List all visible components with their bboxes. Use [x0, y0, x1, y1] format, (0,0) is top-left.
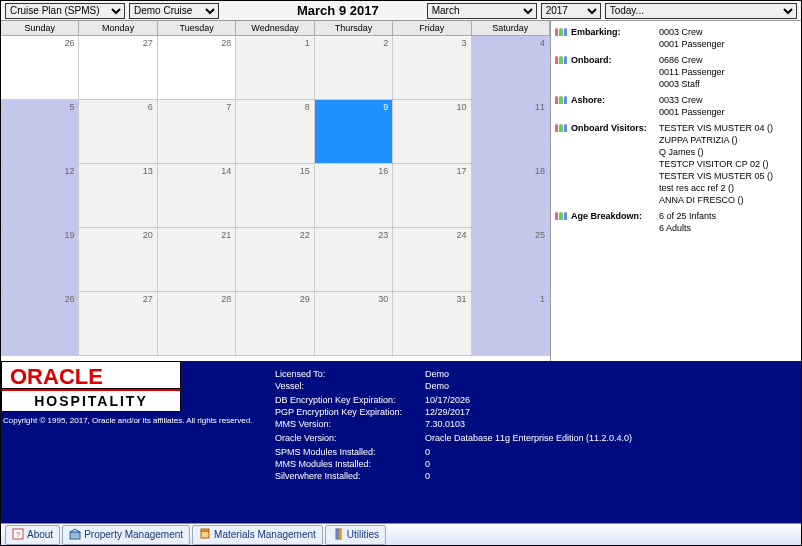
calendar-cell[interactable]: 8 — [236, 100, 314, 164]
footer-panel: ORACLE HOSPITALITY Copyright © 1995, 201… — [1, 361, 801, 523]
footer-info-value: 12/29/2017 — [425, 407, 470, 417]
footer-info-row: MMS Modules Installed:0 — [275, 459, 797, 469]
bottom-tab-bar: ?AboutProperty ManagementMaterials Manag… — [1, 523, 801, 545]
calendar-cell[interactable]: 22 — [236, 228, 314, 292]
cruise-select[interactable]: Demo Cruise — [129, 3, 219, 19]
calendar-cell[interactable]: 4 — [472, 36, 550, 100]
stat-values: TESTER VIS MUSTER 04 ()ZUPPA PATRIZIA ()… — [659, 123, 797, 207]
svg-rect-5 — [201, 529, 209, 531]
footer-info-key: Oracle Version: — [275, 433, 425, 443]
footer-info-key: Silverwhere Installed: — [275, 471, 425, 481]
calendar-cell[interactable]: 25 — [472, 228, 550, 292]
svg-rect-7 — [339, 529, 341, 539]
footer-info-value: Oracle Database 11g Enterprise Edition (… — [425, 433, 632, 443]
oracle-logo: ORACLE — [1, 361, 181, 389]
calendar-cell[interactable]: 20 — [79, 228, 157, 292]
footer-info-value: 0 — [425, 471, 430, 481]
calendar-cell[interactable]: 28 — [158, 36, 236, 100]
stat-label: Onboard Visitors: — [571, 123, 659, 133]
calendar-cell[interactable]: 19 — [1, 228, 79, 292]
plan-select[interactable]: Cruise Plan (SPMS) — [5, 3, 125, 19]
calendar-cell[interactable]: 7 — [158, 100, 236, 164]
calendar-day-header: Friday — [393, 21, 471, 36]
calendar-cell[interactable]: 10 — [393, 100, 471, 164]
footer-info-value: 0 — [425, 447, 430, 457]
footer-info-row: Oracle Version:Oracle Database 11g Enter… — [275, 433, 797, 443]
calendar-cell[interactable]: 13 — [79, 164, 157, 228]
footer-info-value: 7.30.0103 — [425, 419, 465, 429]
calendar-cell[interactable]: 27 — [79, 36, 157, 100]
year-select[interactable]: 2017 — [541, 3, 601, 19]
calendar-cell[interactable]: 16 — [315, 164, 393, 228]
about-icon: ? — [12, 528, 24, 542]
calendar-day-header: Sunday — [1, 21, 79, 36]
calendar-cell[interactable]: 26 — [1, 292, 79, 356]
calendar-cell[interactable]: 12 — [1, 164, 79, 228]
calendar-cell[interactable]: 23 — [315, 228, 393, 292]
calendar-cell[interactable]: 6 — [79, 100, 157, 164]
calendar-cell[interactable]: 29 — [236, 292, 314, 356]
footer-info-row: Silverwhere Installed:0 — [275, 471, 797, 481]
stat-label: Age Breakdown: — [571, 211, 659, 221]
calendar-grid: SundayMondayTuesdayWednesdayThursdayFrid… — [1, 21, 551, 361]
stat-label: Ashore: — [571, 95, 659, 105]
materials-icon — [199, 528, 211, 542]
calendar-cell[interactable]: 11 — [472, 100, 550, 164]
footer-info-value: 0 — [425, 459, 430, 469]
status-panel: Embarking:0003 Crew0001 PassengerOnboard… — [551, 21, 801, 361]
footer-info-key: MMS Version: — [275, 419, 425, 429]
stat-row: Onboard Visitors:TESTER VIS MUSTER 04 ()… — [555, 123, 797, 207]
tab-property-management[interactable]: Property Management — [62, 525, 190, 545]
calendar-cell[interactable]: 2 — [315, 36, 393, 100]
people-icon — [555, 27, 567, 37]
copyright-text: Copyright © 1995, 2017, Oracle and/or it… — [1, 412, 271, 429]
calendar-cell[interactable]: 14 — [158, 164, 236, 228]
calendar-cell[interactable]: 28 — [158, 292, 236, 356]
oracle-logo-sub: HOSPITALITY — [1, 389, 181, 412]
tab-label: Property Management — [84, 529, 183, 540]
stat-values: 6 of 25 Infants6 Adults — [659, 211, 797, 235]
calendar-cell[interactable]: 27 — [79, 292, 157, 356]
people-icon — [555, 55, 567, 65]
tab-label: About — [27, 529, 53, 540]
tab-label: Materials Management — [214, 529, 316, 540]
top-toolbar: Cruise Plan (SPMS) Demo Cruise March 9 2… — [1, 1, 801, 21]
calendar-cell[interactable]: 24 — [393, 228, 471, 292]
stat-row: Ashore:0033 Crew0001 Passenger — [555, 95, 797, 119]
utilities-icon — [332, 528, 344, 542]
stat-values: 0003 Crew0001 Passenger — [659, 27, 797, 51]
date-title: March 9 2017 — [297, 3, 379, 18]
calendar-day-header: Tuesday — [158, 21, 236, 36]
people-icon — [555, 95, 567, 105]
stat-values: 0033 Crew0001 Passenger — [659, 95, 797, 119]
svg-text:?: ? — [16, 530, 21, 539]
calendar-cell[interactable]: 31 — [393, 292, 471, 356]
month-select[interactable]: March — [427, 3, 537, 19]
calendar-cell[interactable]: 17 — [393, 164, 471, 228]
svg-rect-2 — [70, 532, 80, 539]
footer-info-value: Demo — [425, 381, 449, 391]
today-select[interactable]: Today... — [605, 3, 797, 19]
calendar-cell[interactable]: 3 — [393, 36, 471, 100]
svg-rect-6 — [336, 529, 338, 539]
stat-label: Onboard: — [571, 55, 659, 65]
calendar-cell[interactable]: 1 — [236, 36, 314, 100]
people-icon — [555, 211, 567, 221]
calendar-cell[interactable]: 15 — [236, 164, 314, 228]
footer-info-value: 10/17/2026 — [425, 395, 470, 405]
calendar-cell[interactable]: 18 — [472, 164, 550, 228]
property-icon — [69, 528, 81, 542]
calendar-cell[interactable]: 1 — [472, 292, 550, 356]
stat-label: Embarking: — [571, 27, 659, 37]
calendar-cell[interactable]: 5 — [1, 100, 79, 164]
calendar-cell[interactable]: 21 — [158, 228, 236, 292]
calendar-cell[interactable]: 26 — [1, 36, 79, 100]
svg-rect-4 — [201, 531, 209, 538]
tab-utilities[interactable]: Utilities — [325, 525, 386, 545]
tab-about[interactable]: ?About — [5, 525, 60, 545]
calendar-cell[interactable]: 30 — [315, 292, 393, 356]
calendar-cell[interactable]: 9 — [315, 100, 393, 164]
svg-marker-3 — [70, 529, 80, 532]
tab-materials-management[interactable]: Materials Management — [192, 525, 323, 545]
footer-info-key: Vessel: — [275, 381, 425, 391]
